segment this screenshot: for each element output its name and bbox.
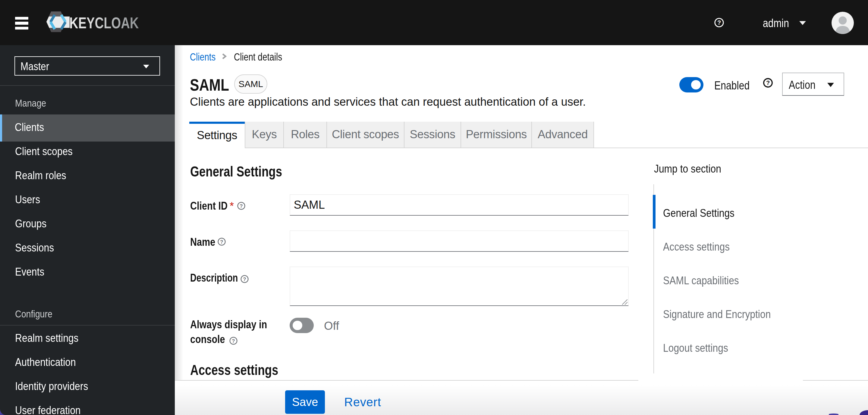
svg-text:?: ? — [220, 239, 223, 245]
svg-text:?: ? — [717, 19, 721, 26]
svg-text:?: ? — [240, 203, 243, 209]
svg-text:?: ? — [243, 276, 246, 282]
svg-text:?: ? — [766, 79, 770, 86]
svg-text:?: ? — [232, 338, 235, 344]
